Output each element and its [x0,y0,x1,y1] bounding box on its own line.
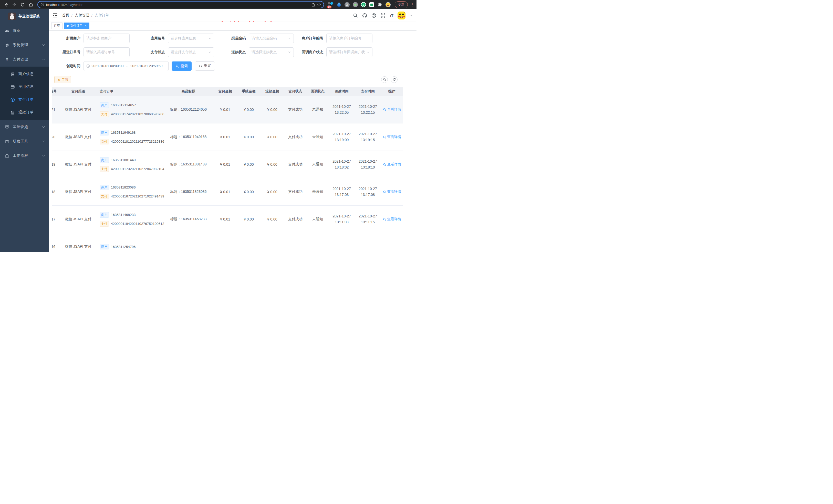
col-header-create_time: 创建时间 [329,87,355,96]
filter-select[interactable]: 请输入渠道编码 [249,33,294,43]
refresh-table-button[interactable] [391,76,398,83]
view-detail-link[interactable]: 查看详情 [383,107,401,112]
merchant-tag: 商户 [100,244,109,249]
cell-notify-status [307,233,329,252]
sidebar-item-8[interactable]: 研发工具 [0,134,49,148]
sidebar-item-0[interactable]: 首页 [0,24,49,38]
table-row[interactable]: 20微信 JSAPI 支付商户1635311949168支付4200001181… [52,123,403,151]
extension-balloon-icon[interactable] [336,2,342,7]
extensions-puzzle-icon[interactable] [377,2,383,7]
shop-icon [10,72,15,76]
cell-title [163,233,213,252]
extension-chat-icon[interactable] [369,2,375,7]
tab-close-icon[interactable]: ✕ [85,24,87,27]
date-range-picker[interactable]: 2021-10-01 00:00:00-2021-10-31 23:59:59 [84,61,169,71]
filter-select[interactable]: 请选择退款状态 [249,47,294,57]
table-row[interactable]: 17微信 JSAPI 支付商户1635311468233支付4200001194… [52,206,403,233]
extension-badge: 10 [327,6,331,8]
extension-command-icon[interactable]: ⌘ [344,2,350,7]
sidebar-item-4[interactable]: 应用信息 [0,80,49,93]
tab-0[interactable]: 首页 [51,23,63,29]
filter-select[interactable]: 请选择应用信息 [168,33,214,43]
tab-label: 支付订单 [70,24,82,28]
header-search-icon[interactable] [353,13,358,18]
tab-1-active[interactable]: 支付订单✕ [64,23,89,29]
breadcrumb: 首页 / 支付管理 / 支付订单 [62,13,109,18]
filter-input[interactable]: 请选择所属商户 [84,33,129,43]
fullscreen-icon[interactable] [381,13,385,18]
placeholder-text: 请选择退款状态 [252,50,286,54]
extension-emoji-icon[interactable] [385,2,391,7]
filter-select[interactable]: 请选择订单回调商户状态 [326,47,373,57]
share-icon[interactable] [311,3,315,7]
yen-icon: ¥ [5,57,9,62]
app-header: 首页 / 支付管理 / 支付订单 支付订单列表 TT [49,9,416,22]
back-icon[interactable] [3,1,10,8]
extension-y-icon[interactable]: y [361,2,366,7]
browser-menu-icon[interactable] [410,3,414,6]
breadcrumb-pay[interactable]: 支付管理 [75,13,89,18]
cell-order: 商户1635311949168支付42000011812021102777232… [98,123,163,151]
cell-channel: 微信 JSAPI 支付 [58,123,98,151]
filter-field: 商户订单编号请输入商户订单编号 [294,33,373,43]
cell-title: 标题：1635311468233 [163,206,213,233]
avatar[interactable] [398,11,405,20]
cell-create-time: 2021-10-2713:11:08 [329,206,355,233]
app-logo-row[interactable]: 芋道管理系统 [0,9,49,24]
view-detail-link[interactable]: 查看详情 [383,135,401,139]
table-row[interactable]: 16微信 JSAPI 支付商户1635311254796 [52,233,403,252]
reset-button[interactable]: 重置 [195,62,215,71]
cell-pay-status: 支付成功 [284,96,307,123]
table-row[interactable]: 21微信 JSAPI 支付商户1635312124657支付4200001174… [52,96,403,123]
table-header-row: 编号支付渠道支付订单商品标题支付金额手续金额退款金额支付状态回调状态创建时间支付… [52,87,403,96]
export-button[interactable]: 导出 [54,76,71,83]
sidebar-item-active-5[interactable]: 支付订单 [0,93,49,106]
bookmark-star-icon[interactable] [317,3,321,7]
cell-order: 商户1635311881440支付42000011732021102728479… [98,151,163,178]
sidebar-item-1[interactable]: 系统管理 [0,38,49,52]
github-icon[interactable] [362,13,367,18]
font-size-icon[interactable]: TT [390,13,393,18]
pay-tag: 支付 [100,194,109,199]
cell-action [381,233,403,252]
cell-fee: ¥ 0.00 [237,206,261,233]
date-start: 2021-10-01 00:00:00 [91,64,123,68]
cell-channel: 微信 JSAPI 支付 [58,151,98,178]
help-icon[interactable] [372,13,376,18]
search-button[interactable]: 搜索 [172,62,192,71]
sidebar: 芋道管理系统 首页系统管理¥支付管理商户信息应用信息支付订单退款订单基础设施研发… [0,9,49,252]
sidebar-item-6[interactable]: 退款订单 [0,106,49,119]
extension-diamond-icon[interactable]: 10 [328,2,334,7]
sidebar-item-3[interactable]: 商户信息 [0,68,49,80]
site-info-icon[interactable] [41,3,44,6]
filter-select[interactable]: 请选择支付状态 [168,47,214,57]
filter-form: 所属商户请选择所属商户应用编号请选择应用信息渠道编码请输入渠道编码商户订单编号请… [52,33,413,71]
forward-icon[interactable] [11,1,18,8]
view-detail-link[interactable]: 查看详情 [383,162,401,167]
view-detail-link[interactable]: 查看详情 [383,217,401,221]
sidebar-fold-icon[interactable] [53,13,58,18]
cell-order: 商户1635311468233支付42000011942021102767521… [98,206,163,233]
breadcrumb-home[interactable]: 首页 [62,13,69,18]
table-row[interactable]: 18微信 JSAPI 支付商户1635311823086支付4200001167… [52,178,403,206]
sidebar-item-label: 应用信息 [19,85,45,89]
sidebar-item-7[interactable]: 基础设施 [0,120,49,134]
filter-input[interactable]: 请输入商户订单编号 [326,33,373,43]
reload-icon[interactable] [19,1,26,8]
orders-table-wrap: 编号支付渠道支付订单商品标题支付金额手续金额退款金额支付状态回调状态创建时间支付… [52,87,413,252]
extension-record-icon[interactable] [353,2,358,7]
sidebar-item-9[interactable]: 工作流程 [0,148,49,163]
cell-pay-status: 支付成功 [284,151,307,178]
toggle-search-button[interactable] [381,76,388,83]
browser-update-button[interactable]: 更新 [395,1,408,8]
table-row[interactable]: 19微信 JSAPI 支付商户1635311881440支付4200001173… [52,151,403,178]
address-bar[interactable]: localhost:1024/pay/order [38,1,324,8]
filter-input[interactable]: 请输入渠道订单号 [84,47,129,57]
cell-fee [237,233,261,252]
view-detail-link[interactable]: 查看详情 [383,190,401,194]
sidebar-item-2[interactable]: ¥支付管理 [0,52,49,67]
home-icon[interactable] [27,1,34,8]
avatar-caret-icon[interactable] [410,13,412,18]
briefcase-icon [5,154,9,158]
col-header-amount: 支付金额 [213,87,237,96]
